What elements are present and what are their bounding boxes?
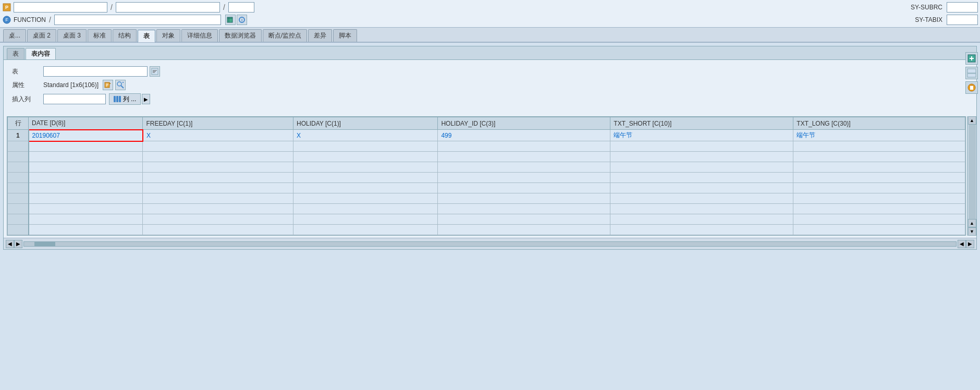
scroll-right-end2[interactable]: ▶	[966, 240, 974, 248]
main-tab-6[interactable]: 对象	[156, 29, 180, 42]
cell-1-freeday[interactable]	[143, 141, 293, 152]
cell-9-date[interactable]	[29, 225, 143, 235]
cell-5-holiday_id[interactable]	[438, 183, 610, 193]
cell-7-holiday[interactable]	[293, 204, 438, 214]
side-icon-2[interactable]	[965, 67, 978, 79]
columns-btn[interactable]: 列 ...	[109, 93, 141, 105]
table-select-btn[interactable]	[150, 66, 160, 77]
cell-0-txt_long[interactable]: 端午节	[793, 130, 965, 141]
sy-tabix-value[interactable]: 1	[947, 15, 978, 25]
attr-icon2[interactable]	[115, 80, 126, 90]
cell-8-holiday_id[interactable]	[438, 214, 610, 225]
scroll-right-arrow2[interactable]: ▶	[14, 240, 22, 248]
cell-6-txt_long[interactable]	[793, 193, 965, 204]
cell-3-holiday[interactable]	[293, 162, 438, 173]
cell-7-freeday[interactable]	[143, 204, 293, 214]
cell-9-freeday[interactable]	[143, 225, 293, 235]
sy-subrc-value[interactable]: 0	[947, 2, 978, 13]
main-tab-2[interactable]: 桌面 3	[57, 29, 87, 42]
cell-5-txt_long[interactable]	[793, 183, 965, 193]
cell-5-holiday[interactable]	[293, 183, 438, 193]
cell-7-date[interactable]	[29, 204, 143, 214]
cell-3-txt_short[interactable]	[610, 162, 793, 173]
scroll-right-end1[interactable]: ◀	[958, 240, 966, 248]
program-field[interactable]: SAPLZFG_HR_ESB	[14, 2, 107, 13]
cell-8-freeday[interactable]	[143, 214, 293, 225]
cell-4-freeday[interactable]	[143, 173, 293, 183]
side-icon-3[interactable]	[965, 81, 978, 94]
col-arrow-btn[interactable]: ▶	[142, 94, 150, 104]
function-field[interactable]: ZFM_HR_GET_VAHOURS_SEL	[54, 15, 221, 25]
cell-1-holiday[interactable]	[293, 141, 438, 152]
cell-6-holiday[interactable]	[293, 193, 438, 204]
cell-8-txt_long[interactable]	[793, 214, 965, 225]
main-tab-1[interactable]: 桌面 2	[27, 29, 56, 42]
cell-3-freeday[interactable]	[143, 162, 293, 173]
cell-7-txt_long[interactable]	[793, 204, 965, 214]
inner-tab-1[interactable]: 表内容	[26, 48, 56, 59]
cell-9-txt_long[interactable]	[793, 225, 965, 235]
main-tab-4[interactable]: 结构	[113, 29, 137, 42]
inner-tab-0[interactable]: 表	[7, 48, 24, 59]
cell-4-txt_long[interactable]	[793, 173, 965, 183]
main-tab-5[interactable]: 表	[138, 30, 155, 42]
table-input[interactable]: LT_ISCAL_DAY	[43, 66, 148, 77]
cell-3-txt_long[interactable]	[793, 162, 965, 173]
cell-4-date[interactable]	[29, 173, 143, 183]
cell-6-holiday_id[interactable]	[438, 193, 610, 204]
cell-0-date[interactable]: 20190607	[29, 130, 143, 141]
cell-4-txt_short[interactable]	[610, 173, 793, 183]
cell-6-date[interactable]	[29, 193, 143, 204]
include-field[interactable]: LZFG_HR_ESBU35	[116, 2, 220, 13]
cell-9-holiday_id[interactable]	[438, 225, 610, 235]
side-icon-1[interactable]	[965, 52, 978, 65]
main-tab-11[interactable]: 脚本	[333, 29, 357, 42]
cell-9-holiday[interactable]	[293, 225, 438, 235]
cell-0-txt_short[interactable]: 端午节	[610, 130, 793, 141]
cell-4-holiday_id[interactable]	[438, 173, 610, 183]
vscroll-down[interactable]: ▼	[968, 227, 976, 236]
cell-2-txt_short[interactable]	[610, 152, 793, 162]
cell-1-holiday_id[interactable]	[438, 141, 610, 152]
main-tab-9[interactable]: 断点/监控点	[263, 29, 307, 42]
cell-2-date[interactable]	[29, 152, 143, 162]
cell-0-holiday[interactable]: X	[293, 130, 438, 141]
insert-input[interactable]	[43, 94, 106, 104]
cell-1-date[interactable]	[29, 141, 143, 152]
cell-8-txt_short[interactable]	[610, 214, 793, 225]
main-tab-7[interactable]: 详细信息	[181, 29, 218, 42]
cell-2-holiday_id[interactable]	[438, 152, 610, 162]
function-icon-btn1[interactable]	[225, 15, 236, 25]
function-icon-btn2[interactable]: i	[237, 15, 247, 25]
vscroll-down-mid[interactable]: ▲	[968, 219, 976, 227]
line-field[interactable]: 73	[228, 2, 254, 13]
cell-3-holiday_id[interactable]	[438, 162, 610, 173]
attr-icon1[interactable]	[103, 80, 113, 90]
cell-0-holiday_id[interactable]: 499	[438, 130, 610, 141]
cell-7-holiday_id[interactable]	[438, 204, 610, 214]
cell-5-freeday[interactable]	[143, 183, 293, 193]
cell-6-txt_short[interactable]	[610, 193, 793, 204]
cell-5-txt_short[interactable]	[610, 183, 793, 193]
cell-2-txt_long[interactable]	[793, 152, 965, 162]
cell-1-txt_short[interactable]	[610, 141, 793, 152]
cell-3-date[interactable]	[29, 162, 143, 173]
cell-4-holiday[interactable]	[293, 173, 438, 183]
main-tab-0[interactable]: 桌...	[3, 29, 26, 42]
cell-2-holiday[interactable]	[293, 152, 438, 162]
svg-rect-22	[114, 96, 116, 102]
cell-5-date[interactable]	[29, 183, 143, 193]
cell-9-txt_short[interactable]	[610, 225, 793, 235]
cell-8-holiday[interactable]	[293, 214, 438, 225]
cell-0-freeday[interactable]: X	[143, 130, 293, 141]
cell-1-txt_long[interactable]	[793, 141, 965, 152]
main-tab-8[interactable]: 数据浏览器	[219, 29, 262, 42]
scroll-left-arrow[interactable]: ◀	[6, 240, 14, 248]
main-tab-3[interactable]: 标准	[88, 29, 112, 42]
main-tab-10[interactable]: 差异	[308, 29, 332, 42]
vscroll-up[interactable]: ▲	[968, 116, 976, 125]
cell-2-freeday[interactable]	[143, 152, 293, 162]
cell-8-date[interactable]	[29, 214, 143, 225]
cell-6-freeday[interactable]	[143, 193, 293, 204]
cell-7-txt_short[interactable]	[610, 204, 793, 214]
